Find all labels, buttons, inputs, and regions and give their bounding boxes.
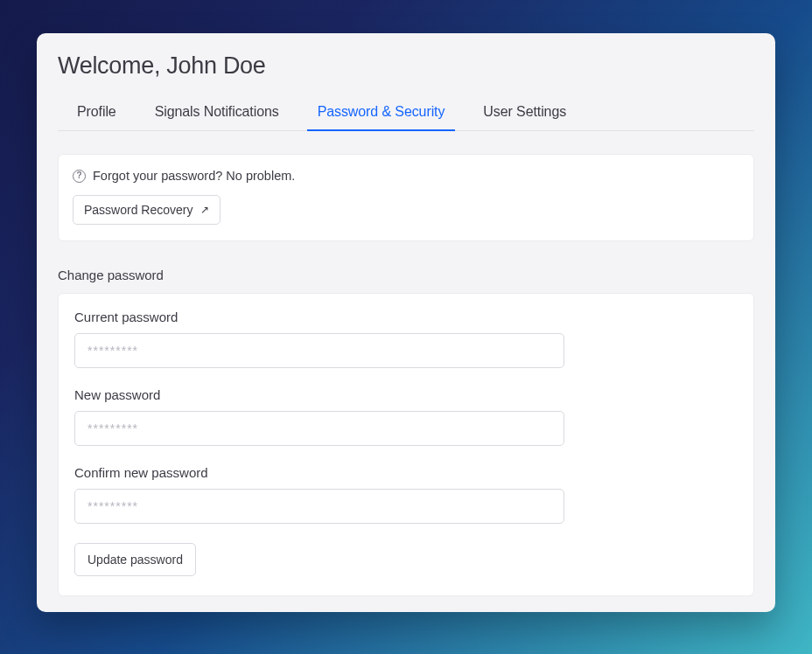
external-link-icon: ↗ [200,204,209,216]
forgot-password-line: ? Forgot your password? No problem. [73,169,739,183]
tab-password-security[interactable]: Password & Security [318,104,445,130]
current-password-group: Current password [74,310,738,368]
tabs-bar: Profile Signals Notifications Password &… [58,104,754,131]
tab-profile[interactable]: Profile [77,104,116,130]
tab-user-settings[interactable]: User Settings [483,104,566,130]
new-password-group: New password [74,387,738,446]
current-password-input[interactable] [74,333,564,368]
page-title: Welcome, John Doe [58,52,754,80]
settings-card: Welcome, John Doe Profile Signals Notifi… [37,33,775,612]
forgot-password-panel: ? Forgot your password? No problem. Pass… [58,154,754,241]
change-password-panel: Current password New password Confirm ne… [58,293,754,596]
tab-signals-notifications[interactable]: Signals Notifications [155,104,279,130]
current-password-label: Current password [74,310,738,324]
forgot-password-text: Forgot your password? No problem. [93,169,295,183]
new-password-label: New password [74,387,738,402]
change-password-heading: Change password [58,268,754,282]
confirm-password-group: Confirm new password [74,465,738,524]
confirm-password-input[interactable] [74,489,564,524]
help-icon: ? [73,170,86,183]
password-recovery-button[interactable]: Password Recovery ↗ [73,195,220,225]
update-password-button[interactable]: Update password [74,543,196,576]
confirm-password-label: Confirm new password [74,465,738,480]
password-recovery-label: Password Recovery [84,203,193,217]
new-password-input[interactable] [74,411,564,446]
